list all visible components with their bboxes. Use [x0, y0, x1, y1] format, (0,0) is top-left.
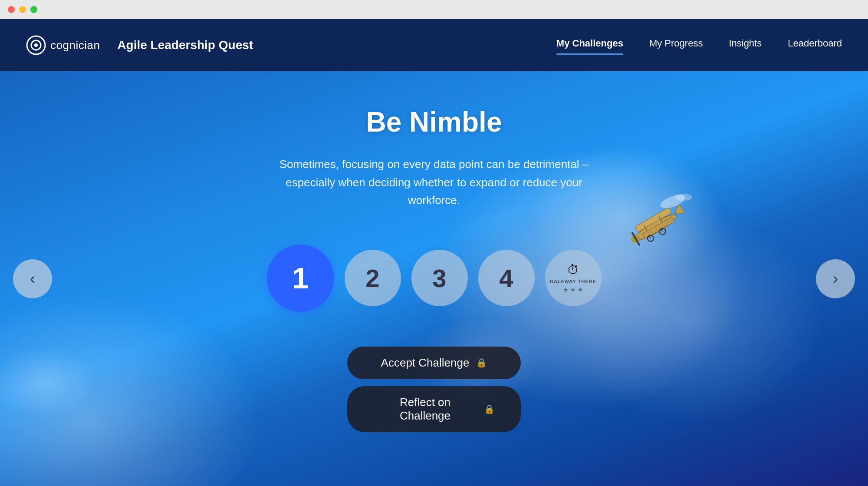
- step-3[interactable]: 3: [411, 250, 468, 306]
- logo-area: cognician: [26, 35, 100, 55]
- close-button[interactable]: [8, 6, 15, 13]
- hero-subtitle: Sometimes, focusing on every data point …: [265, 155, 603, 210]
- logo-icon: [26, 35, 46, 55]
- nav-my-challenges[interactable]: My Challenges: [556, 38, 623, 53]
- accept-challenge-label: Accept Challenge: [381, 356, 470, 370]
- app: cognician Agile Leadership Quest My Chal…: [0, 19, 868, 486]
- prev-arrow[interactable]: ‹: [13, 259, 52, 298]
- hero: Be Nimble Sometimes, focusing on every d…: [0, 71, 868, 486]
- hero-content: Be Nimble Sometimes, focusing on every d…: [0, 71, 868, 432]
- step-4-number: 4: [499, 264, 513, 293]
- accept-challenge-button[interactable]: Accept Challenge 🔒: [347, 347, 521, 379]
- step-3-number: 3: [432, 264, 446, 293]
- hero-title: Be Nimble: [366, 106, 502, 138]
- nav-leaderboard[interactable]: Leaderboard: [788, 38, 842, 53]
- main-nav: My Challenges My Progress Insights Leade…: [556, 38, 842, 53]
- step-1[interactable]: 1: [267, 245, 334, 312]
- lock-icon-accept: 🔒: [476, 357, 487, 368]
- header: cognician Agile Leadership Quest My Chal…: [0, 19, 868, 71]
- step-4[interactable]: 4: [478, 250, 535, 306]
- next-arrow[interactable]: ›: [816, 259, 855, 298]
- step-1-number: 1: [292, 261, 309, 295]
- step-2-number: 2: [365, 264, 379, 293]
- nav-my-progress[interactable]: My Progress: [649, 38, 703, 53]
- step-2[interactable]: 2: [345, 250, 401, 306]
- halfway-badge[interactable]: ⏱ HALFWAY THERE ★ ★ ★: [545, 250, 602, 306]
- app-title: Agile Leadership Quest: [117, 38, 253, 52]
- reflect-challenge-label: Reflect on Challenge: [373, 396, 477, 423]
- prev-arrow-icon: ‹: [30, 270, 35, 288]
- minimize-button[interactable]: [19, 6, 26, 13]
- badge-label: HALFWAY THERE: [550, 279, 596, 284]
- lock-icon-reflect: 🔒: [484, 404, 495, 414]
- logo-text: cognician: [50, 39, 100, 52]
- steps-row: 1 2 3 4 ⏱ HALFWAY THERE ★ ★ ★: [267, 245, 602, 312]
- window-chrome: [0, 0, 868, 19]
- action-buttons: Accept Challenge 🔒 Reflect on Challenge …: [347, 347, 521, 432]
- nav-insights[interactable]: Insights: [729, 38, 762, 53]
- maximize-button[interactable]: [30, 6, 37, 13]
- badge-icon: ⏱: [567, 263, 579, 277]
- reflect-on-challenge-button[interactable]: Reflect on Challenge 🔒: [347, 386, 521, 432]
- next-arrow-icon: ›: [833, 270, 838, 288]
- svg-point-2: [34, 43, 38, 47]
- badge-stars: ★ ★ ★: [563, 286, 583, 293]
